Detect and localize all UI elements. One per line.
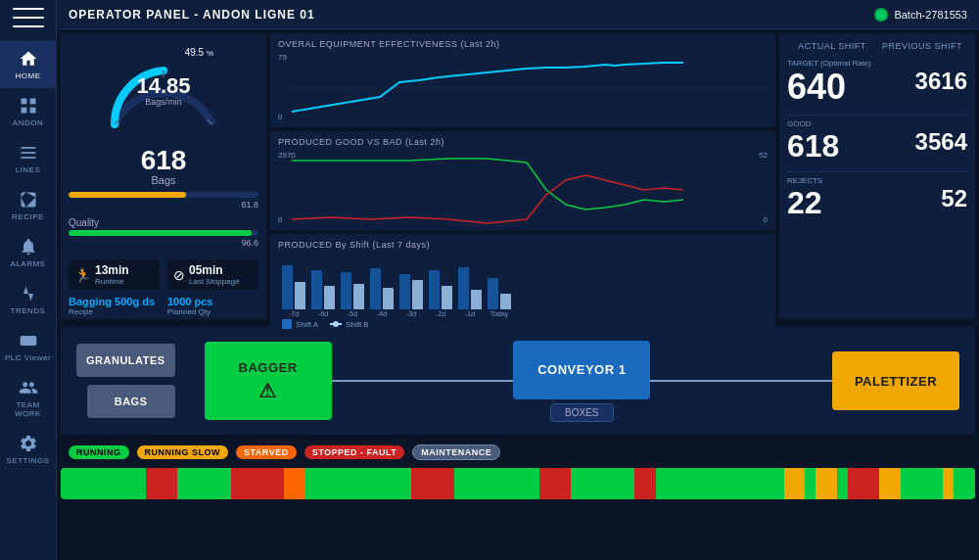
bar-group: -1d [458,267,482,317]
timeline-seg [816,468,837,499]
quality2-progress-row: 96.6 [69,230,258,248]
timeline-seg [879,468,901,499]
legend-a-label: Shift A [296,320,318,329]
connector-conveyor-palettizer [650,380,832,382]
actual-shift-label: ACTUAL SHIFT [787,41,877,51]
bags-node: BAGS [87,385,175,418]
sidebar-item-trends[interactable]: TRENDS [0,276,56,323]
bagger-label: BAGGER [239,360,298,375]
batch-badge: Batch-2781553 [874,8,967,22]
goodbad-chart-title: PRODUCED GOOD VS BAD (Last 2h) [278,137,768,147]
sidebar: HOME ANDON LINES RECIPE ALARMS TRENDS PL… [0,0,57,560]
goodbad-y-min: 0 [278,215,282,224]
good-section: GOOD 618 3564 [787,119,967,162]
timeline-seg [848,468,880,499]
target-values: 640 3616 [787,70,967,105]
palettizer-node: PALETTIZER [832,351,959,410]
timeline-seg [454,468,539,499]
previous-shift-label: PREVIOUS SHIFT [877,41,967,51]
timeline-seg [539,468,572,499]
good-values: 618 3564 [787,130,967,162]
sidebar-item-home[interactable]: HOME [0,41,56,88]
sidebar-item-recipe[interactable]: RECIPE [0,182,56,229]
oee-y-max: 79 [278,53,287,62]
sidebar-item-plc[interactable]: PLC Viewer [0,323,56,370]
flow-diagram: GRANULATES BAGS BAGGER ⚠ CONVEYOR 1 [61,327,975,435]
planned-item: 1000 pcs Planned Qty [167,296,258,316]
gauge-percent: 49.5 % [185,47,213,58]
runtime-value: 13min [95,263,129,277]
recipe-row: Bagging 500g ds Recipe 1000 pcs Planned … [69,296,258,316]
gauge-unit-label: Bags/min [136,97,190,108]
bags-count: 618 [141,147,187,174]
last-stop-box: ⊘ 05min Last Stoppage [167,259,258,290]
timeline-seg [901,468,943,499]
sidebar-item-andon[interactable]: ANDON [0,88,56,135]
charts-panel: OVERAL EQUIPMENT EFFECTIVENESS (Last 2h)… [270,33,775,319]
chart-legend: Shift A Shift B [278,317,768,331]
rejects-actual-value: 22 [787,187,877,218]
badge-stopped-fault: STOPPED - FAULT [304,445,405,459]
bar-group: -2d [429,270,452,317]
conveyor1-node: CONVEYOR 1 [513,341,650,399]
timeline-seg [305,468,412,499]
batch-status-dot [874,8,888,22]
bar-chart-area: -7d -6d [278,254,768,317]
target-prev-value: 3616 [877,70,967,105]
sidebar-item-alarms[interactable]: ALARMS [0,229,56,276]
sidebar-item-settings[interactable]: SETTINGS [0,426,56,473]
last-stop-value: 05min [189,263,240,277]
svg-rect-6 [21,157,35,159]
status-legend-row: RUNNING RUNNING SLOW STARVED STOPPED - F… [61,439,975,466]
shift-panel: ACTUAL SHIFT PREVIOUS SHIFT TARGET (Opti… [779,33,975,319]
quality-text: Quality [69,217,258,228]
divider1 [787,115,967,116]
stop-icon: ⊘ [173,267,185,283]
oee-chart-box: OVERAL EQUIPMENT EFFECTIVENESS (Last 2h)… [270,33,775,127]
timeline-seg [411,468,453,499]
kpi-panel: 14.85 Bags/min 49.5 % 618 Bags [61,33,266,319]
granulates-node: GRANULATES [76,344,175,377]
timeline-seg [656,468,783,499]
quality-bar-fill [69,192,186,198]
bar-group: -4d [370,268,394,317]
timeline-seg [805,468,816,499]
timeline-seg [284,468,305,499]
hamburger-menu[interactable] [13,8,44,27]
goodbad-y-max: 2970 [278,151,296,160]
svg-rect-2 [21,108,26,114]
target-actual-value: 640 [787,70,877,105]
quality2-bar-value: 96.6 [241,238,258,248]
produced-chart-title: PRODUCED By Shift (Last 7 days) [278,240,768,250]
timeline-seg [61,468,146,499]
timeline-seg [943,468,954,499]
recipe-item: Bagging 500g ds Recipe [69,296,160,316]
content-area: 14.85 Bags/min 49.5 % 618 Bags [57,29,979,560]
produced-chart-box: PRODUCED By Shift (Last 7 days) -7d [270,234,775,337]
timeline-seg [954,468,975,499]
warning-icon: ⚠ [258,379,277,402]
bar-group: -6d [311,270,335,317]
good-prev-value: 3564 [877,130,967,162]
legend-b-label: Shift B [346,320,369,329]
sidebar-item-teamwork[interactable]: TEAM WORK [0,370,56,426]
svg-rect-3 [29,108,35,114]
legend-b-icon [330,323,342,325]
timeline-seg [784,468,806,499]
bar-group: -7d [282,265,305,317]
target-section: TARGET (Optimal Rate) 640 3616 [787,59,967,105]
oee-chart-title: OVERAL EQUIPMENT EFFECTIVENESS (Last 2h) [278,39,768,49]
timeline-seg [177,468,230,499]
gauge-value-display: 14.85 Bags/min [136,75,190,108]
runtime-box: 🏃 13min Runtime [69,259,160,290]
recipe-label: Recipe [69,307,160,316]
timeline-row [61,468,975,499]
svg-rect-5 [21,152,35,154]
bar-group: -3d [399,274,423,317]
good-label: GOOD [787,119,967,128]
planned-label: Planned Qty [167,307,258,316]
gauge-container: 14.85 Bags/min 49.5 % [100,41,227,139]
bar-group: -5d [341,272,364,317]
input-nodes: GRANULATES BAGS [76,344,175,418]
sidebar-item-lines[interactable]: LINES [0,135,56,182]
